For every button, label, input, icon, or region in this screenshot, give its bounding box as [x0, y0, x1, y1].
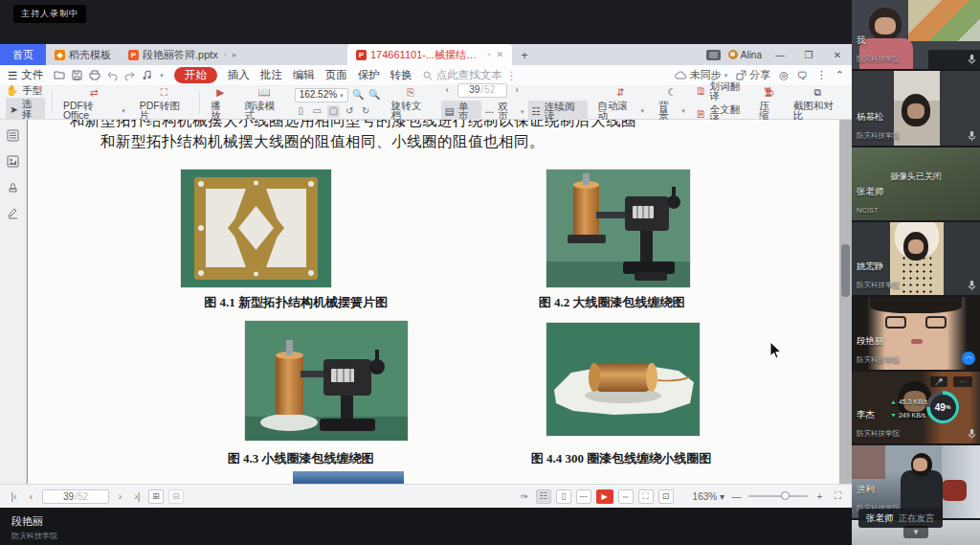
tab-pdf-active[interactable]: P 174661101-...械摆结构设计.pdf ▫ ✕: [347, 44, 512, 65]
thumbnail-panel-icon[interactable]: [7, 155, 19, 168]
tab-home[interactable]: 首页: [0, 44, 46, 65]
overlay-mic-chip[interactable]: 🎤: [930, 376, 947, 387]
page-number-box[interactable]: 39/52: [457, 83, 507, 98]
menu-protect[interactable]: 保护: [358, 68, 380, 82]
mic-icon[interactable]: [968, 130, 976, 142]
actual-size-view-icon[interactable]: ⊡: [658, 489, 674, 504]
pdf-to-office-button[interactable]: ⇄ PDF转Office▾: [59, 85, 129, 121]
participant-tile[interactable]: 姚宏静防灾科技学院: [852, 222, 980, 295]
find-more-icon[interactable]: ⋮: [506, 69, 518, 82]
zoom-plus-icon[interactable]: +: [813, 490, 826, 503]
menu-insert[interactable]: 插入: [228, 68, 250, 82]
auto-scroll-button[interactable]: ⇵ 自动滚动▾: [594, 85, 648, 121]
fullscreen-play-button[interactable]: ▶: [596, 489, 613, 504]
signature-icon[interactable]: [7, 207, 19, 219]
theme-icon[interactable]: ◎: [779, 69, 789, 81]
statusbar-page-box[interactable]: 39 /52: [42, 489, 109, 504]
menu-comment[interactable]: 批注: [260, 68, 282, 82]
collapse-panel-button[interactable]: ▼: [903, 526, 928, 538]
mic-icon[interactable]: [968, 54, 976, 65]
compress-button[interactable]: 🗜 压缩: [755, 85, 783, 121]
first-page-icon[interactable]: |‹: [8, 490, 20, 503]
undo-icon[interactable]: [107, 71, 118, 80]
new-tab-button[interactable]: +: [512, 44, 537, 65]
open-folder-icon[interactable]: [54, 70, 65, 80]
fit-page-icon[interactable]: ▯: [295, 105, 307, 118]
mic-icon[interactable]: [968, 280, 976, 291]
last-page-icon[interactable]: ›|: [131, 490, 144, 503]
actual-size-icon[interactable]: ▢: [327, 105, 340, 118]
stamp-icon[interactable]: [7, 181, 19, 193]
find-text-box[interactable]: 点此查找文本 ⋮: [423, 68, 518, 82]
next-page-icon[interactable]: ›: [511, 84, 523, 97]
message-icon[interactable]: 🗨: [797, 70, 808, 81]
select-tool[interactable]: ➤选择: [6, 98, 45, 120]
redo-icon[interactable]: [124, 71, 135, 80]
participant-tile[interactable]: 杨慕松防灾科技学院: [852, 71, 980, 146]
rotate-doc-button[interactable]: ⎘ 旋转文档: [388, 85, 434, 121]
tab-pptx-menu-icon[interactable]: ▸: [233, 50, 237, 59]
overlay-more-chip[interactable]: ⋯: [953, 376, 972, 387]
fullscreen-icon[interactable]: ⛶: [832, 490, 844, 503]
close-button[interactable]: ✕: [827, 46, 848, 63]
prev-page-icon[interactable]: ‹: [441, 84, 454, 97]
next-page-icon[interactable]: ›: [114, 490, 126, 503]
tab-pptx[interactable]: P 段艳丽答辩.pptx ▫ ▸: [120, 44, 290, 65]
save-icon[interactable]: [72, 70, 82, 80]
tab-pptx-pin-icon[interactable]: ▫: [224, 50, 227, 59]
zoom-value-box[interactable]: 162.52%▾: [295, 88, 348, 102]
participant-tile[interactable]: 段艳丽防灾科技学院 ◠: [852, 297, 980, 370]
screenshot-compare-button[interactable]: ⧉ 截图和对比: [790, 85, 846, 121]
zoom-minus-icon[interactable]: —: [730, 490, 743, 503]
menu-page[interactable]: 页面: [325, 68, 347, 82]
remove-page-icon[interactable]: ⊟: [168, 489, 184, 504]
print-icon[interactable]: [89, 70, 100, 80]
account-button[interactable]: Alina: [728, 50, 762, 60]
menu-convert[interactable]: 转换: [390, 68, 412, 82]
quick-access-caret-icon[interactable]: ▾: [160, 72, 164, 79]
more-kebab-icon[interactable]: ⋮: [816, 69, 827, 81]
outline-panel-icon[interactable]: [7, 129, 19, 142]
fit-page-view-icon[interactable]: ⛶: [638, 489, 654, 504]
zoom-slider[interactable]: [748, 495, 808, 497]
hand-gesture-icon[interactable]: ✑: [519, 490, 531, 503]
chat-app-icon[interactable]: ◠: [962, 352, 975, 365]
fit-width-view-icon[interactable]: ⇔: [618, 489, 634, 504]
prev-page-icon[interactable]: ‹: [25, 490, 37, 503]
zoom-slider-knob[interactable]: [781, 491, 790, 500]
workspace-badge-icon[interactable]: [706, 50, 721, 60]
add-page-icon[interactable]: ⊞: [148, 489, 164, 504]
restore-button[interactable]: ❐: [798, 46, 819, 63]
menu-edit[interactable]: 编辑: [293, 68, 315, 82]
pdf-page[interactable]: 和新型拓扑结构机械摆大小线圈选用相同型号的漆包线进行绕制以保证绕制后大线圈 和新…: [28, 120, 839, 484]
tab-pdf-pin-icon[interactable]: ▫: [487, 50, 490, 59]
music-note-icon[interactable]: [142, 70, 153, 80]
collapse-ribbon-icon[interactable]: ⌃: [835, 69, 844, 81]
double-page-view-icon[interactable]: 𝌀: [576, 489, 591, 504]
file-menu[interactable]: ☰ 文件: [8, 68, 43, 82]
minimize-button[interactable]: —: [769, 46, 791, 63]
read-mode-button[interactable]: 📖 阅读模式: [241, 85, 288, 121]
play-button[interactable]: ▶ 播放: [207, 85, 234, 121]
pdf-to-image-button[interactable]: ⛶ PDF转图片: [136, 85, 192, 121]
participant-tile[interactable]: 洪利防灾科技学院: [852, 445, 980, 518]
rotate-left-icon[interactable]: ↺: [344, 105, 356, 118]
double-page-button[interactable]: 𝌀双页▾: [485, 102, 524, 122]
continuous-view-icon[interactable]: ☷: [536, 489, 551, 504]
fit-width-icon[interactable]: ▭: [311, 105, 323, 118]
mic-icon[interactable]: [968, 428, 976, 440]
zoom-in-icon[interactable]: 🔍: [352, 89, 365, 102]
scrollbar-thumb[interactable]: [841, 244, 850, 297]
word-translate-button[interactable]: 🖺划词翻译: [696, 81, 748, 102]
menu-start[interactable]: 开始: [174, 67, 217, 83]
statusbar-zoom-value[interactable]: 163% ▾: [693, 491, 724, 502]
rotate-right-icon[interactable]: ↻: [360, 105, 372, 118]
participant-tile[interactable]: 摄像头已关闭 张老师NCIST: [852, 148, 980, 220]
tab-docer[interactable]: ◆ 稻壳模板: [46, 44, 120, 65]
hand-tool[interactable]: ✋手型: [6, 85, 45, 96]
single-page-view-icon[interactable]: ▯: [556, 489, 571, 504]
zoom-out-icon[interactable]: 🔍: [368, 89, 381, 102]
vertical-scrollbar[interactable]: [839, 120, 852, 484]
participant-tile[interactable]: 🎤 ⋯ ▲45.3 KB/s ▼249 KB/s 49% 李杰防灾科技学院: [852, 372, 980, 443]
participant-tile[interactable]: 我防灾科技学院: [852, 0, 980, 69]
